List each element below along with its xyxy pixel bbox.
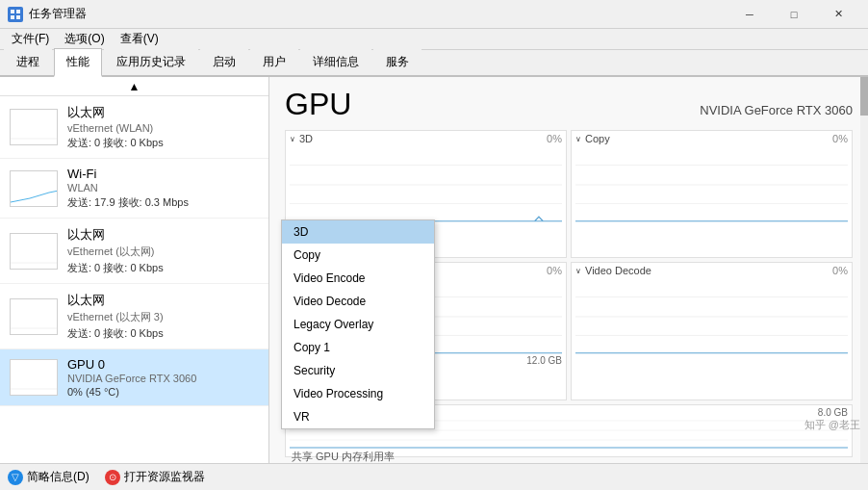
gpu-name: GPU 0 (67, 357, 259, 372)
simplified-label: 简略信息(D) (27, 469, 89, 485)
chevron-icon: ∨ (575, 135, 581, 143)
chart-area-3d (290, 146, 562, 223)
dropdown-item-video-encode[interactable]: Video Encode (282, 267, 434, 290)
gpu-title: GPU (285, 87, 351, 122)
gpu-stat: 0% (45 °C) (67, 386, 259, 398)
simplified-info-link[interactable]: ▽ 简略信息(D) (8, 469, 89, 485)
gpu-thumb (10, 359, 58, 396)
chart-pct-vd-left: 0% (547, 265, 562, 276)
network-name: Wi-Fi (67, 167, 259, 181)
dropdown-item-copy[interactable]: Copy (282, 244, 434, 267)
tab-bar: 进程 性能 应用历史记录 启动 用户 详细信息 服务 (0, 50, 868, 77)
svg-rect-1 (16, 10, 20, 13)
tab-details[interactable]: 详细信息 (300, 48, 371, 75)
chart-header-vd-right: ∨ Video Decode 0% (575, 265, 848, 276)
svg-rect-5 (11, 171, 58, 207)
network-thumb (10, 298, 58, 335)
minimize-button[interactable]: ─ (728, 0, 772, 29)
gpu-list-item[interactable]: GPU 0 NVIDIA GeForce RTX 3060 0% (45 °C) (0, 349, 268, 406)
chart-area-copy (575, 146, 848, 223)
chart-pct-copy: 0% (832, 133, 848, 144)
left-panel: ▲ 以太网 vEthernet (WLAN) 发送: 0 接收: 0 Kbps (0, 77, 269, 463)
tab-startup[interactable]: 启动 (200, 48, 248, 75)
network-sub: vEthernet (WLAN) (67, 122, 259, 134)
menu-file[interactable]: 文件(F) (4, 29, 57, 49)
network-info: 以太网 vEthernet (以太网) 发送: 0 接收: 0 Kbps (67, 226, 259, 275)
tab-performance[interactable]: 性能 (54, 48, 102, 77)
network-sub: vEthernet (以太网 3) (67, 310, 259, 324)
title-bar: 任务管理器 ─ □ ✕ (0, 0, 868, 29)
chart-label-text: Video Decode (585, 265, 651, 276)
network-thumb (10, 233, 58, 270)
right-panel: GPU NVIDIA GeForce RTX 3060 ∨ 3D 0% (269, 77, 868, 463)
open-monitor-link[interactable]: ⊙ 打开资源监视器 (105, 469, 205, 485)
list-item[interactable]: Wi-Fi WLAN 发送: 17.9 接收: 0.3 Mbps (0, 159, 268, 219)
tab-app-history[interactable]: 应用历史记录 (104, 48, 198, 75)
svg-rect-6 (11, 234, 58, 270)
menu-bar: 文件(F) 选项(O) 查看(V) (0, 29, 868, 50)
menu-view[interactable]: 查看(V) (113, 29, 166, 49)
dropdown-item-3d[interactable]: 3D (282, 220, 434, 244)
app-icon (8, 7, 23, 22)
tab-users[interactable]: 用户 (250, 48, 298, 75)
chart-label-copy[interactable]: ∨ Copy (575, 133, 610, 144)
dropdown-item-video-decode[interactable]: Video Decode (282, 290, 434, 313)
gpu-header: GPU NVIDIA GeForce RTX 3060 (285, 87, 853, 122)
chart-copy: ∨ Copy 0% (571, 130, 853, 258)
dropdown-item-vr[interactable]: VR (282, 405, 434, 428)
network-thumb (10, 170, 58, 207)
network-sub: WLAN (67, 182, 259, 193)
gpu-sub: NVIDIA GeForce RTX 3060 (67, 373, 259, 384)
svg-rect-8 (11, 360, 58, 396)
chart-label-text: Copy (585, 133, 610, 144)
list-item[interactable]: 以太网 vEthernet (以太网 3) 发送: 0 接收: 0 Kbps (0, 284, 268, 349)
tab-process[interactable]: 进程 (4, 48, 52, 75)
chevron-icon: ∨ (575, 267, 581, 275)
open-monitor-label: 打开资源监视器 (124, 469, 205, 485)
network-name: 以太网 (67, 226, 259, 244)
chart-area-vd-right (575, 278, 848, 355)
dropdown-container: 3D Copy Video Encode Video Decode Legacy… (281, 219, 435, 429)
right-scrollbar[interactable] (860, 77, 868, 463)
chevron-icon: ∨ (290, 135, 295, 143)
chart-header-copy: ∨ Copy 0% (575, 133, 848, 144)
bottom-bar: ▽ 简略信息(D) ⊙ 打开资源监视器 (0, 463, 868, 490)
network-stat: 发送: 0 接收: 0 Kbps (67, 136, 259, 150)
tab-services[interactable]: 服务 (373, 48, 421, 75)
dropdown-menu: 3D Copy Video Encode Video Decode Legacy… (281, 219, 435, 429)
chart-header-3d: ∨ 3D 0% (290, 133, 562, 144)
close-button[interactable]: ✕ (816, 0, 860, 29)
main-content: ▲ 以太网 vEthernet (WLAN) 发送: 0 接收: 0 Kbps (0, 77, 868, 463)
window-title: 任务管理器 (29, 6, 728, 22)
network-info: 以太网 vEthernet (WLAN) 发送: 0 接收: 0 Kbps (67, 104, 259, 150)
network-info: 以太网 vEthernet (以太网 3) 发送: 0 接收: 0 Kbps (67, 292, 259, 341)
list-item[interactable]: 以太网 vEthernet (以太网) 发送: 0 接收: 0 Kbps (0, 219, 268, 284)
network-sub: vEthernet (以太网) (67, 245, 259, 259)
scrollbar-thumb[interactable] (860, 77, 868, 116)
chart-label-text: 3D (299, 133, 313, 144)
chart-pct-vd-right: 0% (832, 265, 848, 276)
svg-rect-3 (16, 15, 20, 19)
chart-label-3d[interactable]: ∨ 3D (290, 133, 313, 144)
maximize-button[interactable]: □ (772, 0, 816, 29)
svg-rect-4 (11, 110, 58, 145)
chart-label-vd-right[interactable]: ∨ Video Decode (575, 265, 651, 276)
dropdown-item-security[interactable]: Security (282, 359, 434, 382)
scroll-up[interactable]: ▲ (0, 77, 268, 96)
menu-options[interactable]: 选项(O) (57, 29, 112, 49)
dropdown-item-video-processing[interactable]: Video Processing (282, 382, 434, 405)
chart-pct-3d: 0% (547, 133, 562, 144)
network-stat: 发送: 0 接收: 0 Kbps (67, 326, 259, 341)
memory-max: 8.0 GB (818, 407, 848, 418)
chart-video-decode-right: ∨ Video Decode 0% (571, 262, 853, 400)
list-item[interactable]: 以太网 vEthernet (WLAN) 发送: 0 接收: 0 Kbps (0, 96, 268, 159)
dropdown-item-legacy-overlay[interactable]: Legacy Overlay (282, 313, 434, 336)
network-info: Wi-Fi WLAN 发送: 17.9 接收: 0.3 Mbps (67, 167, 259, 210)
network-stat: 发送: 17.9 接收: 0.3 Mbps (67, 195, 259, 210)
monitor-icon: ⊙ (105, 470, 120, 485)
dropdown-item-copy1[interactable]: Copy 1 (282, 336, 434, 359)
network-name: 以太网 (67, 104, 259, 121)
network-name: 以太网 (67, 292, 259, 309)
network-thumb (10, 109, 58, 145)
network-stat: 发送: 0 接收: 0 Kbps (67, 261, 259, 275)
